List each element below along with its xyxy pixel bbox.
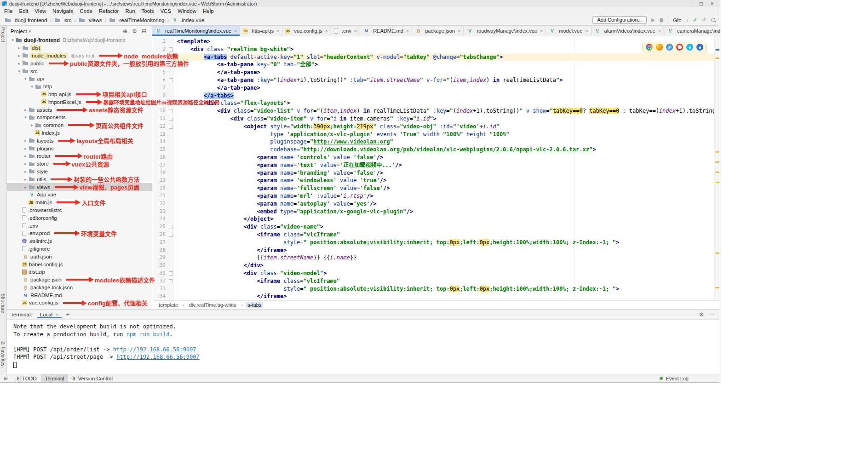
editor-breadcrumb-a-tabs[interactable]: a-tabs bbox=[246, 302, 264, 308]
breadcrumb-src[interactable]: src bbox=[53, 17, 72, 23]
tree-item-http-api.js[interactable]: http-api.js项目相关api接口 bbox=[7, 91, 152, 98]
collapsed-chevron-icon[interactable]: ▸ bbox=[23, 138, 29, 143]
tree-item-http[interactable]: ▾http bbox=[7, 83, 152, 91]
git-commit-icon[interactable]: ✓ bbox=[693, 17, 697, 23]
collapsed-chevron-icon[interactable]: ▸ bbox=[23, 161, 29, 166]
close-tab-icon[interactable]: × bbox=[585, 28, 588, 34]
collapse-all-icon[interactable]: ⊟ bbox=[142, 28, 146, 34]
editor[interactable]: 1<template>2 <div class="realTime bg-whi… bbox=[152, 36, 720, 300]
statusbar-version-control[interactable]: 9: Version Control bbox=[68, 374, 116, 382]
error-stripe[interactable] bbox=[714, 36, 720, 300]
ie-browser-icon[interactable] bbox=[686, 44, 693, 51]
tree-item-plugins[interactable]: ▸plugins bbox=[7, 144, 152, 152]
expanded-chevron-icon[interactable]: ▾ bbox=[29, 84, 35, 89]
tree-item-store[interactable]: ▸storevuex公共资源 bbox=[7, 160, 152, 168]
collapsed-chevron-icon[interactable]: ▸ bbox=[23, 169, 29, 174]
opera-browser-icon[interactable] bbox=[676, 44, 683, 51]
tree-item-.eslintrc.js[interactable]: .eslintrc.js bbox=[7, 237, 152, 245]
safari-browser-icon[interactable] bbox=[666, 44, 673, 51]
editor-breadcrumb-div.realTime.bg-white[interactable]: div.realTime.bg-white bbox=[187, 302, 238, 308]
event-log-link[interactable]: Event Log bbox=[666, 376, 689, 381]
tool-stripe-favorites[interactable]: 2: Favorites bbox=[0, 341, 6, 367]
collapsed-chevron-icon[interactable]: ▸ bbox=[16, 46, 22, 50]
error-stripe-mark[interactable] bbox=[715, 49, 719, 51]
tree-item-importExcel.js[interactable]: importExcel.js暴露环境变量地址给图片or视频资源路径全局引用 bbox=[7, 98, 152, 106]
breadcrumb-index.vue[interactable]: index.vue bbox=[171, 17, 205, 23]
error-stripe-mark[interactable] bbox=[715, 287, 719, 288]
collapsed-chevron-icon[interactable]: ▸ bbox=[23, 185, 29, 189]
tree-item-dist.zip[interactable]: dist.zip bbox=[7, 268, 152, 276]
chrome-browser-icon[interactable] bbox=[646, 44, 653, 51]
expanded-chevron-icon[interactable]: ▾ bbox=[23, 115, 29, 120]
error-stripe-mark[interactable] bbox=[715, 151, 719, 153]
fold-marker[interactable] bbox=[168, 270, 173, 277]
close-tab-icon[interactable]: × bbox=[540, 28, 543, 34]
menu-item-edit[interactable]: Edit bbox=[16, 8, 32, 14]
tree-item-common[interactable]: ▸common页面公共组件文件 bbox=[7, 121, 152, 129]
tree-item-duoji-frontend[interactable]: ▾duoji-frontendD:\zheheWeb\duoji-fronten… bbox=[7, 36, 152, 44]
tree-item-package-lock.json[interactable]: package-lock.json bbox=[7, 284, 152, 292]
tree-item-node_modules[interactable]: ▸node_moduleslibrary rootnode_modules依赖 bbox=[7, 52, 152, 60]
collapsed-chevron-icon[interactable]: ▸ bbox=[29, 123, 35, 127]
expanded-chevron-icon[interactable]: ▾ bbox=[16, 69, 22, 74]
editor-tab-vue.config.js[interactable]: vue.config.js× bbox=[282, 26, 331, 36]
search-everywhere-icon[interactable] bbox=[711, 17, 716, 23]
tool-stripe-project[interactable]: Project bbox=[0, 27, 6, 42]
collapsed-chevron-icon[interactable]: ▸ bbox=[23, 154, 29, 158]
tree-item-.env[interactable]: .env bbox=[7, 222, 152, 230]
locate-file-icon[interactable]: ⊕ bbox=[123, 28, 127, 34]
maximize-icon[interactable]: ▢ bbox=[699, 1, 703, 6]
tree-item-components[interactable]: ▾components bbox=[7, 114, 152, 121]
hide-panel-icon[interactable]: ─ bbox=[710, 311, 714, 318]
close-tab-icon[interactable]: × bbox=[406, 28, 409, 34]
terminal-output[interactable]: Note that the development build is not o… bbox=[7, 320, 720, 374]
tree-item-index.js[interactable]: index.js bbox=[7, 129, 152, 137]
editor-tab-roadwayManage-index.vue[interactable]: roadwayManage\index.vue× bbox=[464, 26, 546, 36]
tool-stripe-structure[interactable]: Structure bbox=[0, 293, 6, 313]
editor-breadcrumb-template[interactable]: template bbox=[157, 302, 180, 308]
close-tab-icon[interactable]: × bbox=[458, 28, 460, 34]
tree-item-babel.config.js[interactable]: babel.config.js bbox=[7, 260, 152, 268]
tree-item-.gitignore[interactable]: .gitignore bbox=[7, 245, 152, 253]
statusbar-terminal[interactable]: Terminal bbox=[41, 374, 69, 382]
git-update-icon[interactable]: ↓ bbox=[686, 17, 689, 23]
edge-browser-icon[interactable] bbox=[696, 44, 703, 51]
fold-marker[interactable] bbox=[168, 76, 173, 84]
fold-marker[interactable] bbox=[168, 107, 173, 115]
tree-item-main.js[interactable]: main.js入口文件 bbox=[7, 199, 152, 207]
menu-item-help[interactable]: Help bbox=[200, 8, 217, 14]
tree-item-api[interactable]: ▾api bbox=[7, 75, 152, 83]
tree-item-assets[interactable]: ▸assetsassets静态资源文件 bbox=[7, 106, 152, 114]
fold-marker[interactable] bbox=[168, 123, 173, 131]
tree-item-package.json[interactable]: package.jsonmodules依赖描述文件 bbox=[7, 276, 152, 284]
editor-tab-README.md[interactable]: README.md× bbox=[360, 26, 412, 36]
editor-tab-realTimeMonitoring-index.vue[interactable]: realTimeMonitoring\index.vue× bbox=[152, 26, 240, 36]
tree-item-router[interactable]: ▸routerrouter路由 bbox=[7, 152, 152, 160]
breadcrumb-views[interactable]: views bbox=[78, 17, 103, 23]
history-icon[interactable]: ↺ bbox=[702, 17, 706, 23]
tree-item-layouts[interactable]: ▸layoutslayouts全局布局相关 bbox=[7, 137, 152, 144]
expanded-chevron-icon[interactable]: ▾ bbox=[23, 76, 29, 81]
menu-item-code[interactable]: Code bbox=[76, 8, 96, 14]
close-icon[interactable]: ✕ bbox=[710, 1, 714, 6]
new-terminal-icon[interactable]: + bbox=[66, 311, 70, 318]
tree-item-README.md[interactable]: README.md bbox=[7, 291, 152, 299]
fold-marker[interactable] bbox=[168, 231, 173, 239]
project-view-selector[interactable]: Project bbox=[11, 29, 27, 34]
editor-tab-.env[interactable]: .env× bbox=[331, 26, 360, 36]
collapsed-chevron-icon[interactable]: ▸ bbox=[16, 61, 22, 66]
tree-item-public[interactable]: ▸publicpublic资源文件夹，一般放引用的第三方插件 bbox=[7, 59, 152, 67]
tree-item-utils[interactable]: ▸utils封装的一些公共函数方法 bbox=[7, 175, 152, 183]
menu-item-refactor[interactable]: Refactor bbox=[96, 8, 122, 14]
menu-item-run[interactable]: Run bbox=[122, 8, 138, 14]
close-tab-icon[interactable]: × bbox=[55, 312, 58, 317]
tree-item-App.vue[interactable]: App.vue bbox=[7, 191, 152, 199]
close-tab-icon[interactable]: × bbox=[658, 28, 661, 34]
error-stripe-mark[interactable] bbox=[715, 172, 719, 173]
firefox-browser-icon[interactable] bbox=[656, 44, 663, 51]
minimize-icon[interactable]: ─ bbox=[689, 1, 692, 6]
terminal-tab-local[interactable]: Local × bbox=[37, 311, 62, 318]
tree-item-.editorconfig[interactable]: .editorconfig bbox=[7, 214, 152, 222]
editor-tab-cameraManage-index.vue[interactable]: cameraManage\index.vue× bbox=[664, 26, 720, 36]
menu-item-view[interactable]: View bbox=[31, 8, 49, 14]
